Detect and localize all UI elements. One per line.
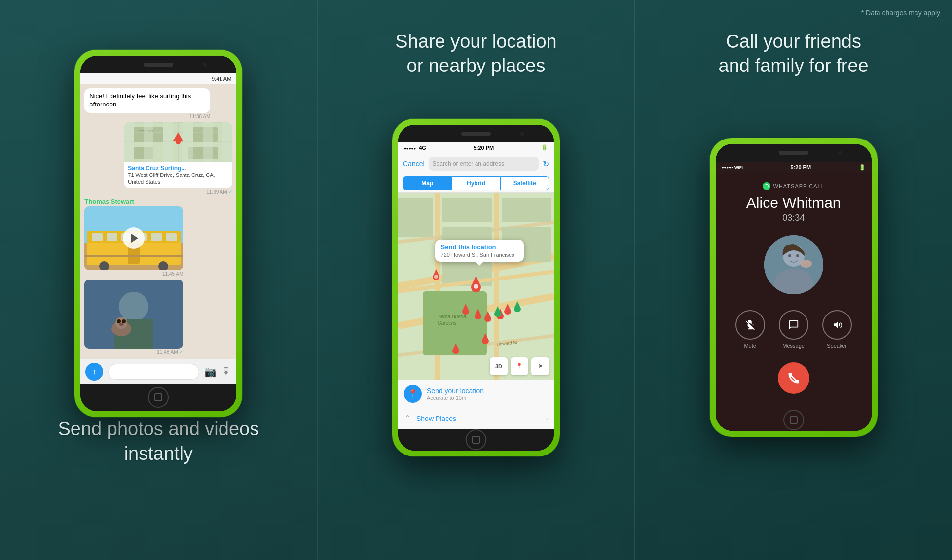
tab-map[interactable]: Map xyxy=(403,176,452,190)
call-time: 5:20 PM xyxy=(790,164,811,170)
chat-screen[interactable]: Nice! I definitely feel like surfing thi… xyxy=(80,84,236,359)
sender-name: Thomas Stewart xyxy=(84,198,183,205)
mute-button[interactable] xyxy=(735,310,765,340)
popup-title: Send this location xyxy=(441,244,518,251)
caller-name: Alice Whitman xyxy=(746,194,841,211)
svg-text:Gardens: Gardens xyxy=(438,320,456,326)
avatar-svg xyxy=(764,235,823,294)
home-button-area-right xyxy=(716,409,872,431)
phone-middle: ●●●●● 4G 5:20 PM 🔋 Cancel Search or ente… xyxy=(392,119,560,456)
chat-message-1: Nice! I definitely feel like surfing thi… xyxy=(84,88,210,119)
search-field[interactable]: Search or enter an address xyxy=(429,157,539,171)
chat-status-time: 9:41 AM xyxy=(212,76,231,82)
message-button[interactable] xyxy=(779,310,808,340)
show-places-chevron-icon: ⌃ xyxy=(404,413,411,424)
location-title: Santa Cruz Surfing... xyxy=(128,165,228,172)
svg-point-50 xyxy=(474,284,478,289)
svg-rect-5 xyxy=(193,127,218,142)
map-time: 5:20 PM xyxy=(474,145,494,151)
home-circle-right[interactable] xyxy=(783,410,804,430)
location-info: Santa Cruz Surfing... 71 West Cliff Driv… xyxy=(124,162,232,189)
mute-label: Mute xyxy=(744,343,756,349)
refresh-button[interactable]: ↻ xyxy=(543,159,549,169)
upload-button[interactable]: ↑ xyxy=(85,363,103,381)
end-call-button[interactable] xyxy=(778,362,809,394)
map-bottom: 📍 Send your location Accurate to 10m ⌃ S… xyxy=(398,380,554,429)
svg-rect-14 xyxy=(92,233,103,241)
checkmark-photo: ✓ xyxy=(179,350,183,355)
phone-top-bar-left xyxy=(80,56,236,73)
svg-point-29 xyxy=(117,319,121,323)
photo-thumb[interactable] xyxy=(84,280,183,349)
svg-text:Steamer: Steamer xyxy=(139,129,154,133)
home-button-area-left xyxy=(80,384,236,411)
speaker-label: Speaker xyxy=(827,343,847,349)
chat-message-video: Thomas Stewart xyxy=(84,198,183,277)
svg-rect-4 xyxy=(134,127,163,142)
send-location-subtitle: Accurate to 10m xyxy=(427,395,484,401)
location-arrow-button[interactable]: ➤ xyxy=(531,357,549,375)
mic-icon[interactable]: 🎙 xyxy=(221,366,231,377)
tab-satellite[interactable]: Satellite xyxy=(500,176,549,190)
home-circle-left[interactable] xyxy=(148,387,169,408)
msg-bubble-1: Nice! I definitely feel like surfing thi… xyxy=(84,88,210,113)
whatsapp-icon xyxy=(763,182,770,190)
map-controls: 3D 📍 ➤ xyxy=(490,357,549,375)
svg-point-25 xyxy=(119,292,148,321)
search-placeholder: Search or enter an address xyxy=(433,160,504,167)
speaker-control: Speaker xyxy=(822,310,852,349)
phone-left: 9:41 AM Nice! I definitely feel like sur… xyxy=(74,50,242,417)
map-view[interactable]: Yerba Buena Gardens xyxy=(398,193,554,380)
cancel-button[interactable]: Cancel xyxy=(403,160,425,168)
panel-middle: Share your locationor nearby places ●●●●… xyxy=(317,0,635,560)
msg-time-photo: 11:48 AM ✓ xyxy=(157,350,183,355)
end-call-icon xyxy=(787,371,801,385)
video-thumb[interactable] xyxy=(84,206,183,270)
call-signal: ●●●●● WiFi xyxy=(722,165,743,170)
3d-button[interactable]: 3D xyxy=(490,357,508,375)
panel-right-caption: Call your friendsand family for free xyxy=(719,30,869,78)
chevron-right-icon: › xyxy=(546,415,548,422)
camera-icon[interactable]: 📷 xyxy=(204,366,217,378)
map-battery: 🔋 xyxy=(541,144,548,151)
svg-rect-18 xyxy=(151,233,162,241)
speaker-button[interactable] xyxy=(822,310,852,340)
chat-message-location: Steamer Santa Cruz Surfing... 71 West Cl… xyxy=(124,122,232,195)
panel-middle-caption: Share your locationor nearby places xyxy=(395,30,556,78)
msg-text-1: Nice! I definitely feel like surfing thi… xyxy=(89,92,191,108)
map-type-bar: Map Hybrid Satellite xyxy=(398,175,554,193)
play-triangle-icon xyxy=(131,234,138,243)
compass-button[interactable]: 📍 xyxy=(511,357,528,375)
tab-hybrid[interactable]: Hybrid xyxy=(452,176,501,190)
message-control: Message xyxy=(779,310,808,349)
svg-rect-15 xyxy=(107,233,117,241)
call-battery: 🔋 xyxy=(859,164,866,171)
home-circle-middle[interactable] xyxy=(466,429,486,450)
svg-point-57 xyxy=(800,260,812,268)
camera-dot-middle xyxy=(520,132,524,136)
home-square-icon xyxy=(154,393,162,401)
speaker-middle xyxy=(461,132,491,136)
call-controls: Mute Message xyxy=(735,310,852,349)
whatsapp-call-text: WHATSAPP CALL xyxy=(773,183,825,189)
play-button[interactable] xyxy=(123,227,145,249)
map-nav-bar: Cancel Search or enter an address ↻ xyxy=(398,153,554,175)
popup-address: 720 Howard St, San Francisco xyxy=(441,252,518,258)
svg-point-56 xyxy=(796,254,799,257)
location-map-thumb: Steamer xyxy=(124,122,232,162)
svg-text:Yerba Buena: Yerba Buena xyxy=(438,314,466,319)
svg-point-8 xyxy=(176,140,181,144)
home-square-icon-middle xyxy=(472,436,480,444)
chat-input-field[interactable] xyxy=(108,364,199,380)
data-charges-notice: * Data charges may apply xyxy=(861,9,940,17)
send-location-row[interactable]: 📍 Send your location Accurate to 10m xyxy=(398,380,554,408)
show-places-row[interactable]: ⌃ Show Places › xyxy=(398,408,554,429)
phone-inner-right: ●●●●● WiFi 5:20 PM 🔋 WHATSAPP CALL xyxy=(716,144,872,431)
panel-right: * Data charges may apply Call your frien… xyxy=(635,0,952,560)
phone-inner-middle: ●●●●● 4G 5:20 PM 🔋 Cancel Search or ente… xyxy=(398,125,554,451)
chat-message-photo: 11:48 AM ✓ xyxy=(84,280,183,355)
call-status-bar: ●●●●● WiFi 5:20 PM 🔋 xyxy=(716,162,872,173)
svg-rect-0 xyxy=(124,122,232,162)
phone-right: ●●●●● WiFi 5:20 PM 🔋 WHATSAPP CALL xyxy=(710,138,878,437)
svg-rect-44 xyxy=(398,198,433,237)
